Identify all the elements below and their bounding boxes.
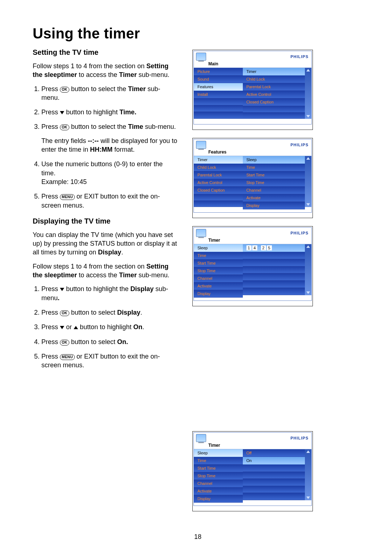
osd-panel-timer-display: PHILIPS Timer SleepTimeStart TimeStop Ti… xyxy=(192,431,313,511)
step: Press OK button to select On. xyxy=(41,338,178,346)
section2-intro: Follow steps 1 to 4 from the section on … xyxy=(33,262,178,280)
osd-menu-item xyxy=(243,493,305,500)
menu-button-icon: MENU xyxy=(60,194,75,200)
section2-heading: Displaying the TV time xyxy=(33,216,178,226)
down-arrow-icon xyxy=(60,326,64,329)
osd-panel-main: PHILIPS Main PictureSoundFeaturesInstall… xyxy=(192,50,313,130)
step: Press button to highlight Time. xyxy=(41,108,178,116)
ok-button-icon: OK xyxy=(60,124,69,130)
osd-menu-item xyxy=(194,112,243,119)
osd-menu-item: Stop Time xyxy=(194,472,243,480)
osd-menu-item: Display xyxy=(194,290,243,298)
osd-menu-item: Channel xyxy=(194,275,243,282)
osd-menu-item: Stop Time xyxy=(194,267,243,275)
osd-menu-item xyxy=(243,252,305,259)
osd-menu-item: Channel xyxy=(243,187,305,194)
osd-menu-item xyxy=(194,201,243,207)
osd-menu-item xyxy=(243,106,305,113)
ok-button-icon: OK xyxy=(60,310,69,316)
osd-menu-item xyxy=(194,105,243,112)
osd-menu-item: Timer xyxy=(194,156,243,164)
scroll-up-icon xyxy=(306,450,310,453)
osd-menu-item: Activate xyxy=(194,282,243,290)
scroll-down-icon xyxy=(306,291,310,294)
osd-menu-item xyxy=(243,113,305,119)
osd-menu-item: Display xyxy=(243,202,305,209)
osd-menu-item: Start Time xyxy=(243,171,305,179)
scroll-down-icon xyxy=(306,203,310,206)
osd-title: Timer xyxy=(194,443,311,449)
osd-panel-timer-time: PHILIPS Timer SleepTimeStart TimeStop Ti… xyxy=(192,226,313,306)
osd-scrollbar xyxy=(305,156,311,207)
body-text-column: Setting the TV time Follow steps 1 to 4 … xyxy=(33,46,178,511)
osd-menu-item: Active Control xyxy=(243,91,305,98)
osd-menu-item: Activate xyxy=(243,194,305,202)
osd-menu-item xyxy=(243,486,305,493)
osd-menu-item xyxy=(243,281,305,288)
osd-menu-item: Features xyxy=(194,83,243,91)
osd-menu-item: Sleep xyxy=(194,244,243,252)
step: Press OK button to select the Timer sub-… xyxy=(41,85,178,102)
menu-button-icon: MENU xyxy=(60,354,75,360)
section2-p1: You can display the TV time (which you h… xyxy=(33,230,178,257)
osd-menu-item xyxy=(194,98,243,105)
section1-intro: Follow steps 1 to 4 from the section on … xyxy=(33,62,178,79)
scroll-up-icon xyxy=(306,157,310,160)
ok-button-icon: OK xyxy=(60,340,69,346)
osd-menu-item: Child Lock xyxy=(194,164,243,171)
osd-menu-item: Stop Time xyxy=(243,179,305,187)
osd-menu-item xyxy=(243,288,305,295)
step: Press button to highlight the Display su… xyxy=(41,285,178,302)
osd-menu-item: Closed Caption xyxy=(243,98,305,106)
osd-menu-item xyxy=(243,273,305,281)
osd-menu-item: Activate xyxy=(194,487,243,495)
osd-menu-item: Child Lock xyxy=(243,75,305,83)
down-arrow-icon xyxy=(60,288,64,291)
osd-menu-item: Time xyxy=(194,252,243,259)
page-number: 18 xyxy=(33,533,363,541)
osd-menu-item xyxy=(243,472,305,479)
osd-menu-item: Sound xyxy=(194,75,243,83)
ok-button-icon: OK xyxy=(60,87,69,93)
osd-menu-item: Parental Lock xyxy=(243,83,305,91)
osd-menu-item: Sleep xyxy=(243,156,305,164)
step: Press OK button to select the Time sub-m… xyxy=(41,122,178,154)
osd-title: Features xyxy=(194,150,311,156)
step: Press OK button to select Display. xyxy=(41,308,178,317)
scroll-down-icon xyxy=(306,496,310,499)
tv-icon xyxy=(196,434,206,442)
scroll-up-icon xyxy=(306,69,310,71)
section1-heading: Setting the TV time xyxy=(33,48,178,57)
up-arrow-icon xyxy=(74,326,78,329)
brand-label: PHILIPS xyxy=(290,54,309,59)
osd-menu-item: Active Control xyxy=(194,179,243,187)
osd-menu-item: Start Time xyxy=(194,259,243,267)
tv-icon xyxy=(196,229,206,237)
osd-column: PHILIPS Main PictureSoundFeaturesInstall… xyxy=(192,46,363,511)
osd-menu-item xyxy=(243,479,305,486)
section1-steps: Press OK button to select the Timer sub-… xyxy=(33,85,178,210)
osd-scrollbar xyxy=(305,68,311,119)
step: Press or button to highlight On. xyxy=(41,323,178,331)
page-title: Using the timer xyxy=(33,25,363,42)
scroll-down-icon xyxy=(306,115,310,118)
brand-label: PHILIPS xyxy=(290,436,309,440)
osd-scrollbar xyxy=(305,449,311,500)
scroll-up-icon xyxy=(306,245,310,248)
step: Press MENU or EXIT button to exit the on… xyxy=(41,352,178,370)
osd-menu-item: Install xyxy=(194,91,243,98)
osd-menu-item: Timer xyxy=(243,68,305,75)
osd-menu-item: Closed Caption xyxy=(194,187,243,194)
osd-menu-item: Time xyxy=(194,457,243,465)
osd-menu-item xyxy=(194,194,243,201)
osd-menu-item: Picture xyxy=(194,68,243,75)
tv-icon xyxy=(196,53,206,61)
osd-menu-item: Display xyxy=(194,495,243,503)
osd-menu-item xyxy=(243,465,305,472)
brand-label: PHILIPS xyxy=(290,231,309,235)
osd-panel-features: PHILIPS Features TimerChild LockParental… xyxy=(192,138,313,218)
section2-steps: Press button to highlight the Display su… xyxy=(33,285,178,369)
osd-menu-item: Channel xyxy=(194,480,243,487)
osd-menu-item: Sleep xyxy=(194,449,243,457)
brand-label: PHILIPS xyxy=(290,143,309,147)
